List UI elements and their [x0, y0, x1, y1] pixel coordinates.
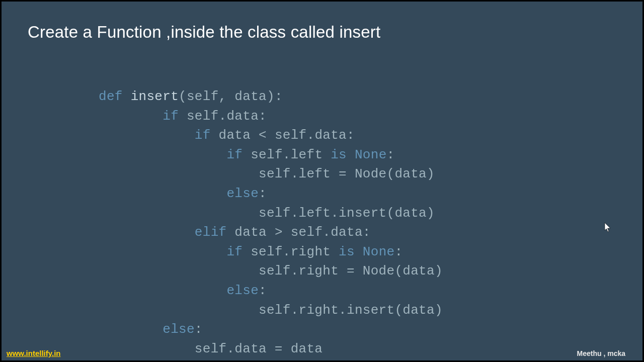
code-token: :	[195, 322, 203, 337]
code-token-kw-def: def	[99, 89, 123, 104]
code-token-kw-flow: if	[226, 147, 243, 162]
footer-author: Meethu , mcka	[577, 349, 625, 357]
code-token-kw-flow: if	[226, 244, 243, 259]
code-token: :	[394, 244, 403, 259]
code-token: self.left	[243, 147, 331, 162]
code-token: self.right.insert(data)	[99, 303, 443, 318]
code-token: :	[259, 283, 267, 298]
code-token-kw-flow: elif	[195, 225, 227, 240]
code-token: self.data = data	[99, 341, 323, 356]
code-token	[355, 244, 363, 259]
code-token-kw-flow: if	[195, 128, 211, 143]
code-token-kw-flow: if	[163, 109, 179, 124]
code-token: self.right	[243, 244, 339, 259]
code-token-kw-none: None	[355, 147, 387, 162]
code-token: :	[387, 147, 395, 162]
code-token	[99, 147, 226, 162]
code-token-kw-flow: else	[226, 283, 259, 298]
slide-title: Create a Function ,inside the class call…	[28, 23, 380, 42]
code-token-kw-flow: is	[339, 244, 355, 259]
code-token-fn-name: insert	[131, 89, 179, 104]
code-token-kw-flow: else	[163, 322, 195, 337]
code-token: :	[259, 186, 267, 201]
code-token	[99, 322, 163, 337]
code-token: (self, data):	[179, 89, 283, 104]
code-token: self.data:	[179, 109, 267, 124]
code-token: self.right = Node(data)	[99, 263, 443, 279]
code-token-kw-none: None	[363, 244, 395, 259]
code-token	[99, 109, 163, 124]
code-token: data < self.data:	[211, 128, 355, 143]
code-token	[99, 128, 195, 143]
code-token	[123, 89, 131, 104]
code-token	[99, 244, 226, 259]
footer-link[interactable]: www.intellify.in	[7, 349, 61, 357]
code-token-kw-flow: else	[226, 186, 259, 201]
code-token: data > self.data:	[226, 225, 370, 240]
code-token	[347, 147, 355, 162]
code-token: self.left.insert(data)	[99, 206, 435, 221]
mouse-cursor-icon	[604, 223, 611, 233]
code-block: def insert(self, data): if self.data: if…	[99, 87, 443, 358]
code-token	[99, 225, 195, 240]
code-token: self.left = Node(data)	[99, 166, 435, 182]
code-token	[99, 283, 226, 298]
code-token	[99, 186, 226, 201]
code-token-kw-flow: is	[331, 147, 347, 162]
